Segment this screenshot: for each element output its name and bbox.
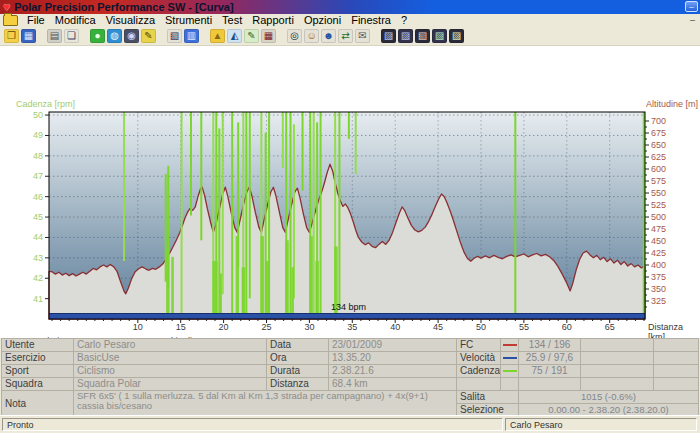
svg-text:35: 35 — [347, 322, 357, 332]
legend-label-cadenza: Cadenza — [457, 365, 501, 378]
legend-dash-cadenza-swatch — [503, 370, 517, 372]
info-value-durata: 2.38.21.6 — [329, 365, 457, 378]
empty-cell — [519, 378, 581, 391]
diary-icon[interactable]: ▥ — [184, 29, 199, 43]
menu-item-visualizza[interactable]: Visualizza — [101, 14, 160, 26]
svg-text:15: 15 — [176, 322, 186, 332]
edit-icon[interactable]: ✎ — [141, 29, 156, 43]
title-bar: ♥ Polar Precision Performance SW - [Curv… — [0, 0, 700, 14]
copy-icon[interactable]: ❏ — [64, 29, 79, 43]
curve-view-icon[interactable]: ▧ — [167, 29, 182, 43]
minimize-button[interactable]: – — [685, 1, 698, 12]
info-value-esercizio: BasicUse — [74, 352, 267, 365]
print-icon[interactable]: ▤ — [47, 29, 62, 43]
svg-text:43: 43 — [33, 253, 43, 263]
status-message: Pronto — [2, 418, 503, 431]
person-add-icon[interactable]: ☺ — [304, 29, 319, 43]
average-hr-label: 134 bpm — [331, 302, 366, 312]
info-value-data: 23/01/2009 — [329, 339, 457, 352]
info-value-salita: 1015 (-0.6%) — [519, 391, 699, 404]
svg-text:49: 49 — [33, 130, 43, 140]
legend-dash-cadenza — [501, 365, 519, 378]
edit-curve-icon[interactable]: ✎ — [244, 29, 259, 43]
empty-cell — [654, 339, 699, 352]
exercise-report-5-icon[interactable]: ▨ — [449, 29, 464, 43]
svg-text:325: 325 — [651, 296, 666, 306]
svg-text:65: 65 — [605, 322, 615, 332]
record-exercise-icon[interactable]: ● — [90, 29, 105, 43]
calendar-icon[interactable]: ▦ — [261, 29, 276, 43]
window-title: Polar Precision Performance SW - [Curva] — [14, 1, 233, 13]
status-user: Carlo Pesaro — [505, 418, 697, 431]
svg-text:50: 50 — [33, 110, 43, 120]
globe-icon[interactable]: ◍ — [107, 29, 122, 43]
menu-item-test[interactable]: Test — [217, 14, 247, 26]
exercise-report-1-icon[interactable]: ▨ — [381, 29, 396, 43]
empty-cell — [581, 339, 654, 352]
svg-text:42: 42 — [33, 273, 43, 283]
menu-bar: FileModificaVisualizzaStrumentiTestRappo… — [0, 14, 700, 27]
curve-view: 5049484746454443424170067565062560057555… — [0, 46, 700, 338]
menu-item-strumenti[interactable]: Strumenti — [160, 14, 217, 26]
mail-icon[interactable]: ✉ — [355, 29, 370, 43]
save-icon[interactable]: ▦ — [21, 29, 36, 43]
transfer-icon[interactable]: ⇄ — [338, 29, 353, 43]
svg-text:575: 575 — [651, 176, 666, 186]
altitude-view-icon[interactable]: ▲ — [210, 29, 225, 43]
status-bar: Pronto Carlo Pesaro — [0, 415, 700, 433]
legend-value-velocità: 25.9 / 97,6 — [519, 352, 581, 365]
menu-item-modifica[interactable]: Modifica — [50, 14, 101, 26]
right-axis-title: Altitudine [m] — [646, 99, 698, 109]
info-label-utente: Utente — [2, 339, 74, 352]
menu-item-[interactable]: ? — [396, 14, 412, 26]
person-info-icon[interactable]: ☻ — [321, 29, 336, 43]
legend-label-fc: FC — [457, 339, 501, 352]
info-label-salita: Salita — [457, 391, 519, 404]
exercise-info-table: UtenteCarlo PesaroData23/01/2009FC134 / … — [1, 338, 698, 417]
exercise-report-4-icon[interactable]: ▨ — [432, 29, 447, 43]
empty-cell — [501, 378, 519, 391]
polar-heart-icon: ♥ — [3, 1, 10, 13]
svg-text:400: 400 — [651, 260, 666, 270]
svg-text:475: 475 — [651, 224, 666, 234]
empty-cell — [581, 365, 654, 378]
open-file-icon[interactable]: ❐ — [4, 29, 19, 43]
info-value-nota: SFR 6x5' ( 1 sulla merluzza. 5 dal Km al… — [74, 391, 457, 417]
zoom-icon[interactable]: ◎ — [287, 29, 302, 43]
svg-text:41: 41 — [33, 294, 43, 304]
svg-text:46: 46 — [33, 192, 43, 202]
info-label-data: Data — [267, 339, 329, 352]
info-value-utente: Carlo Pesaro — [74, 339, 267, 352]
exercise-report-3-icon[interactable]: ▧ — [415, 29, 430, 43]
info-label-ora: Ora — [267, 352, 329, 365]
exercise-report-2-icon[interactable]: ▨ — [398, 29, 413, 43]
regatta-icon[interactable]: ◭ — [227, 29, 242, 43]
svg-text:25: 25 — [261, 322, 271, 332]
document-folder-icon — [3, 15, 18, 26]
svg-text:10: 10 — [133, 322, 143, 332]
x-axis-title-line1: Distanza — [648, 322, 683, 332]
legend-value-fc: 134 / 196 — [519, 339, 581, 352]
svg-text:55: 55 — [519, 322, 529, 332]
empty-cell — [654, 378, 699, 391]
svg-text:675: 675 — [651, 128, 666, 138]
child-minimize-button[interactable]: – — [690, 14, 695, 26]
menu-item-file[interactable]: File — [22, 14, 50, 26]
svg-text:30: 30 — [304, 322, 314, 332]
binoculars-icon[interactable]: ◉ — [124, 29, 139, 43]
info-label-durata: Durata — [267, 365, 329, 378]
legend-dash-fc — [501, 339, 519, 352]
info-label-esercizio: Esercizio — [2, 352, 74, 365]
menu-item-rapporti[interactable]: Rapporti — [247, 14, 299, 26]
svg-text:700: 700 — [651, 116, 666, 126]
menu-item-finestra[interactable]: Finestra — [346, 14, 396, 26]
menu-item-opzioni[interactable]: Opzioni — [299, 14, 346, 26]
empty-cell — [581, 352, 654, 365]
curve-plot[interactable]: 5049484746454443424170067565062560057555… — [0, 46, 700, 366]
info-label-squadra: Squadra — [2, 378, 74, 391]
empty-cell — [654, 365, 699, 378]
svg-text:48: 48 — [33, 151, 43, 161]
svg-text:350: 350 — [651, 284, 666, 294]
svg-text:44: 44 — [33, 232, 43, 242]
svg-text:600: 600 — [651, 164, 666, 174]
